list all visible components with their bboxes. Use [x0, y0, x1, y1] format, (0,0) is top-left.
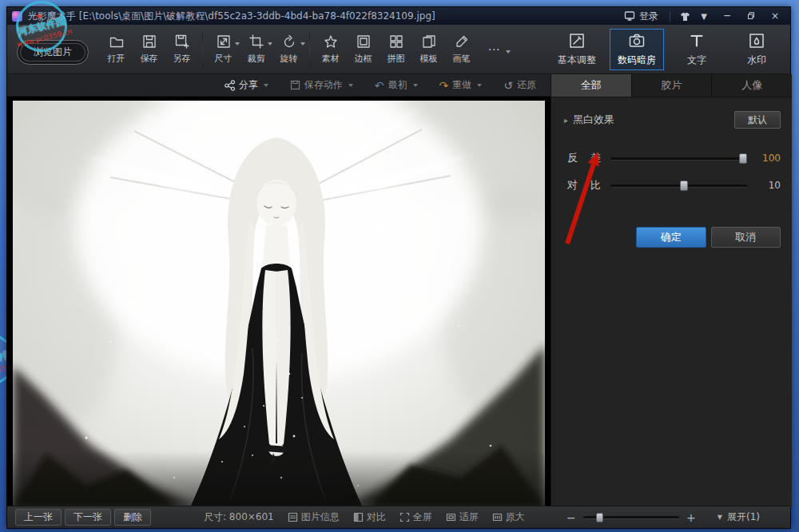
skin-shirt-icon [679, 10, 691, 22]
share-button[interactable]: 分享 [225, 78, 268, 92]
zoom-slider[interactable] [583, 511, 679, 523]
rotate-icon [281, 34, 297, 50]
anime-artwork [13, 101, 545, 507]
titlebar-controls: 登录 ▼ ─ [618, 9, 785, 23]
zoom-out-button[interactable]: − [566, 511, 577, 524]
collage-button[interactable]: 拼图 [380, 30, 412, 68]
resize-button[interactable]: 尺寸 [207, 30, 240, 68]
tab-film[interactable]: 胶片 [632, 74, 713, 97]
expand-label: 展开(1) [727, 510, 760, 524]
expand-caret-icon: ▼ [718, 514, 722, 521]
mode-digital-darkroom[interactable]: 数码暗房 [610, 29, 664, 70]
close-button[interactable]: × [765, 9, 785, 23]
text-icon [688, 32, 706, 50]
cancel-button[interactable]: 取消 [711, 227, 781, 248]
template-button[interactable]: 模板 [412, 30, 445, 68]
slider-handle[interactable] [680, 181, 688, 191]
annotation-arrow [551, 74, 793, 507]
contrast-ratio-slider[interactable] [610, 180, 747, 192]
effect-section-title: 黑白效果 [573, 113, 614, 127]
image-info-button[interactable]: 图片信息 [288, 510, 340, 524]
compare-label: 对比 [367, 510, 386, 524]
minimize-icon: ─ [724, 10, 729, 22]
mode-watermark[interactable]: 水印 [729, 29, 784, 70]
window-title: 光影魔术手 [E:\tools\桌面\图片\破解教程\df55c2a3-3ddb… [28, 10, 435, 23]
open-button[interactable]: 打开 [100, 30, 133, 68]
fullscreen-label: 全屏 [413, 510, 432, 524]
zoom-in-button[interactable]: + [686, 511, 697, 524]
fit-screen-button[interactable]: 适屏 [446, 510, 479, 524]
delete-image-button[interactable]: 删除 [114, 509, 151, 526]
image-info-icon [288, 512, 298, 522]
next-image-button[interactable]: 下一张 [65, 509, 111, 526]
tab-all[interactable]: 全部 [551, 74, 632, 97]
material-button[interactable]: 素材 [314, 30, 347, 68]
panel-buttons: 确定 取消 [636, 227, 781, 248]
brush-pencil-icon [454, 34, 470, 50]
rotate-label: 旋转 [280, 53, 298, 65]
initial-button[interactable]: ↶ 最初 [375, 78, 418, 92]
tab-all-label: 全部 [581, 78, 602, 93]
toolbar-separator [309, 33, 310, 66]
rotate-button[interactable]: 旋转 [272, 30, 305, 68]
login-monitor-icon [624, 10, 635, 22]
save-button[interactable]: 保存 [133, 30, 165, 68]
expander-caret-icon: ▸ [564, 116, 568, 125]
effect-section-header[interactable]: ▸ 黑白效果 默认 [564, 110, 781, 129]
save-label: 保存 [141, 53, 158, 65]
login-button[interactable]: 登录 [618, 10, 665, 23]
prev-image-button[interactable]: 上一张 [15, 509, 62, 526]
original-size-button[interactable]: 原大 [492, 510, 525, 524]
compare-button[interactable]: 对比 [353, 510, 386, 524]
contrast-strength-label: 反差 [567, 151, 606, 165]
main-toolbar: 打开 保存 另存 尺寸 [7, 25, 790, 74]
fullscreen-button[interactable]: 全屏 [400, 510, 432, 524]
share-label: 分享 [239, 78, 258, 92]
mode-text[interactable]: 文字 [670, 29, 724, 70]
slider-track[interactable] [610, 185, 747, 187]
redo-label: 重做 [452, 78, 471, 92]
zoom-slider-handle[interactable] [596, 513, 603, 522]
contrast-strength-row: 反差 100 [567, 152, 781, 165]
slider-handle[interactable] [739, 153, 747, 164]
restore-button[interactable] [741, 9, 761, 23]
contrast-strength-slider[interactable] [610, 153, 747, 165]
more-tools-button[interactable]: ⋯ [478, 38, 511, 61]
mode-watermark-label: 水印 [747, 54, 766, 67]
tab-portrait[interactable]: 人像 [712, 74, 792, 97]
minimize-button[interactable]: ─ [717, 9, 737, 23]
mode-basic-adjust[interactable]: 基本调整 [550, 29, 604, 70]
panel-tabs: 全部 胶片 人像 [551, 74, 792, 97]
template-icon [421, 34, 437, 50]
main-menu-button[interactable]: ▼ [694, 9, 714, 23]
mode-text-label: 文字 [687, 54, 706, 67]
ok-button[interactable]: 确定 [636, 227, 706, 248]
default-button[interactable]: 默认 [734, 111, 781, 129]
redo-button[interactable]: ↷ 重做 [439, 78, 483, 92]
photo-image[interactable] [13, 101, 545, 507]
contrast-ratio-value: 10 [755, 180, 781, 191]
save-as-button[interactable]: 另存 [165, 30, 198, 68]
canvas-area[interactable] [7, 97, 551, 507]
fit-screen-icon [446, 512, 456, 522]
toolbar-separator [202, 33, 203, 66]
open-folder-icon [109, 34, 125, 50]
border-button[interactable]: 边框 [347, 30, 380, 68]
restore-original-button[interactable]: ↺ 还原 [503, 78, 536, 92]
tab-portrait-label: 人像 [741, 78, 762, 93]
brush-button[interactable]: 画笔 [445, 30, 478, 68]
browse-images-button[interactable]: 浏览图片 [17, 40, 89, 65]
expand-button[interactable]: ▼ 展开(1) [718, 510, 760, 524]
frame-icon [356, 34, 372, 50]
titlebar-separator [670, 11, 670, 22]
compare-icon [353, 512, 364, 522]
skin-button[interactable] [675, 9, 694, 23]
slider-track[interactable] [610, 157, 747, 160]
statusbar: 上一张 下一张 删除 尺寸: 800×601 图片信息 对比 全屏 [7, 506, 790, 528]
save-action-button[interactable]: 保存动作 [290, 78, 353, 92]
contrast-ratio-row: 对比 10 [567, 179, 781, 192]
basic-adjust-icon [568, 32, 586, 50]
crop-button[interactable]: 裁剪 [240, 30, 272, 68]
contrast-ratio-label: 对比 [567, 178, 606, 193]
save-action-icon [290, 80, 300, 90]
